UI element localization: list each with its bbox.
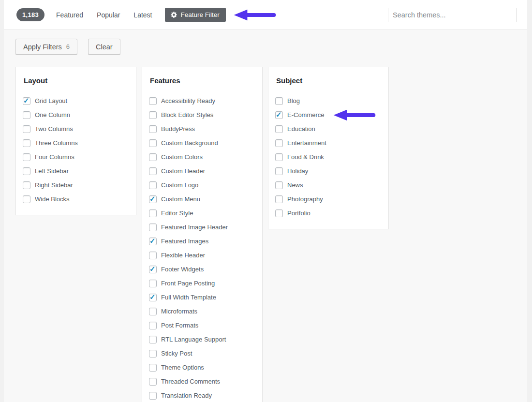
- checkbox[interactable]: [149, 266, 157, 273]
- filter-checkbox-row[interactable]: Custom Background: [149, 136, 255, 150]
- filter-checkbox-row[interactable]: Editor Style: [149, 206, 255, 220]
- feature-filter-button[interactable]: Feature Filter: [165, 8, 226, 22]
- checkbox[interactable]: [23, 111, 30, 119]
- checkbox[interactable]: [23, 153, 30, 161]
- checkbox[interactable]: [275, 209, 283, 217]
- nav-link-latest[interactable]: Latest: [133, 11, 152, 19]
- filter-checkbox-row[interactable]: Left Sidebar: [23, 164, 129, 178]
- filter-checkbox-row[interactable]: Accessibility Ready: [149, 94, 255, 108]
- filter-checkbox-row[interactable]: Four Columns: [23, 150, 129, 164]
- checkbox[interactable]: [149, 223, 157, 231]
- filter-checkbox-row[interactable]: Custom Logo: [149, 178, 255, 192]
- filter-checkbox-row[interactable]: One Column: [23, 108, 129, 122]
- checkbox-label[interactable]: Grid Layout: [35, 97, 67, 104]
- filter-checkbox-row[interactable]: Education: [275, 122, 382, 136]
- checkbox[interactable]: [149, 294, 157, 301]
- checkbox-label[interactable]: Right Sidebar: [35, 181, 73, 189]
- checkbox[interactable]: [23, 195, 30, 203]
- filter-checkbox-row[interactable]: Portfolio: [275, 206, 382, 220]
- checkbox-label[interactable]: Three Columns: [35, 139, 78, 147]
- checkbox[interactable]: [149, 167, 157, 175]
- checkbox[interactable]: [23, 181, 30, 189]
- checkbox-label[interactable]: Featured Image Header: [161, 223, 228, 231]
- filter-checkbox-row[interactable]: Theme Options: [149, 360, 255, 374]
- filter-checkbox-row[interactable]: Featured Images: [149, 234, 255, 248]
- checkbox-label[interactable]: Custom Colors: [161, 153, 203, 161]
- checkbox[interactable]: [149, 350, 157, 357]
- checkbox[interactable]: [275, 97, 283, 105]
- checkbox[interactable]: [149, 308, 157, 315]
- filter-checkbox-row[interactable]: Photography: [275, 192, 382, 206]
- checkbox-label[interactable]: Four Columns: [35, 153, 74, 161]
- checkbox[interactable]: [149, 139, 157, 147]
- checkbox-label[interactable]: One Column: [35, 111, 70, 119]
- checkbox[interactable]: [149, 378, 157, 386]
- checkbox-label[interactable]: Food & Drink: [287, 153, 324, 161]
- checkbox[interactable]: [149, 336, 157, 343]
- filter-checkbox-row[interactable]: Two Columns: [23, 122, 129, 136]
- checkbox-label[interactable]: Microformats: [161, 308, 197, 315]
- checkbox-label[interactable]: Custom Header: [161, 167, 205, 175]
- checkbox-label[interactable]: Holiday: [287, 167, 308, 175]
- filter-checkbox-row[interactable]: Custom Header: [149, 164, 255, 178]
- checkbox-label[interactable]: Custom Logo: [161, 181, 198, 189]
- filter-checkbox-row[interactable]: Translation Ready: [149, 388, 255, 402]
- checkbox-label[interactable]: News: [287, 181, 303, 189]
- checkbox-label[interactable]: Two Columns: [35, 125, 73, 133]
- filter-checkbox-row[interactable]: Microformats: [149, 304, 255, 318]
- checkbox-label[interactable]: Translation Ready: [161, 392, 212, 399]
- checkbox[interactable]: [149, 181, 157, 189]
- checkbox-label[interactable]: Theme Options: [161, 364, 204, 371]
- nav-link-featured[interactable]: Featured: [56, 11, 83, 19]
- checkbox-label[interactable]: BuddyPress: [161, 125, 195, 133]
- filter-checkbox-row[interactable]: Block Editor Styles: [149, 108, 255, 122]
- checkbox[interactable]: [149, 97, 157, 105]
- filter-checkbox-row[interactable]: Blog: [275, 94, 382, 108]
- apply-filters-button[interactable]: Apply Filters 6: [15, 39, 77, 55]
- filter-checkbox-row[interactable]: Post Formats: [149, 318, 255, 332]
- checkbox[interactable]: [149, 280, 157, 287]
- checkbox[interactable]: [23, 167, 30, 175]
- checkbox[interactable]: [149, 125, 157, 133]
- filter-checkbox-row[interactable]: Food & Drink: [275, 150, 382, 164]
- checkbox[interactable]: [149, 322, 157, 329]
- checkbox-label[interactable]: Editor Style: [161, 209, 193, 217]
- filter-checkbox-row[interactable]: Sticky Post: [149, 346, 255, 360]
- filter-checkbox-row[interactable]: Wide Blocks: [23, 192, 129, 206]
- filter-checkbox-row[interactable]: Grid Layout: [23, 94, 129, 108]
- checkbox-label[interactable]: Front Page Posting: [161, 280, 215, 287]
- checkbox-label[interactable]: Entertainment: [287, 139, 326, 147]
- checkbox-label[interactable]: Post Formats: [161, 322, 198, 329]
- filter-checkbox-row[interactable]: RTL Language Support: [149, 332, 255, 346]
- filter-checkbox-row[interactable]: Threaded Comments: [149, 374, 255, 388]
- checkbox[interactable]: [275, 181, 283, 189]
- checkbox-label[interactable]: Wide Blocks: [35, 195, 70, 203]
- checkbox-label[interactable]: Left Sidebar: [35, 167, 69, 175]
- filter-checkbox-row[interactable]: Custom Colors: [149, 150, 255, 164]
- checkbox[interactable]: [149, 238, 157, 245]
- filter-checkbox-row[interactable]: Holiday: [275, 164, 382, 178]
- checkbox-label[interactable]: Accessibility Ready: [161, 97, 215, 104]
- checkbox[interactable]: [149, 209, 157, 217]
- checkbox-label[interactable]: Full Width Template: [161, 294, 216, 301]
- checkbox-label[interactable]: Photography: [287, 195, 323, 203]
- checkbox-label[interactable]: Footer Widgets: [161, 266, 204, 273]
- checkbox[interactable]: [275, 139, 283, 147]
- checkbox-label[interactable]: E-Commerce: [287, 111, 325, 119]
- filter-checkbox-row[interactable]: Three Columns: [23, 136, 129, 150]
- clear-filters-button[interactable]: Clear: [88, 39, 120, 55]
- filter-checkbox-row[interactable]: Custom Menu: [149, 192, 255, 206]
- checkbox[interactable]: [23, 97, 30, 105]
- search-input[interactable]: [388, 8, 517, 22]
- checkbox[interactable]: [275, 167, 283, 175]
- checkbox-label[interactable]: Custom Menu: [161, 195, 200, 203]
- checkbox-label[interactable]: RTL Language Support: [161, 336, 226, 343]
- checkbox[interactable]: [149, 252, 157, 259]
- checkbox[interactable]: [149, 392, 157, 400]
- checkbox-label[interactable]: Education: [287, 125, 315, 133]
- filter-checkbox-row[interactable]: Front Page Posting: [149, 276, 255, 290]
- checkbox-label[interactable]: Portfolio: [287, 209, 310, 217]
- filter-checkbox-row[interactable]: E-Commerce: [275, 108, 382, 122]
- filter-checkbox-row[interactable]: News: [275, 178, 382, 192]
- filter-checkbox-row[interactable]: Footer Widgets: [149, 262, 255, 276]
